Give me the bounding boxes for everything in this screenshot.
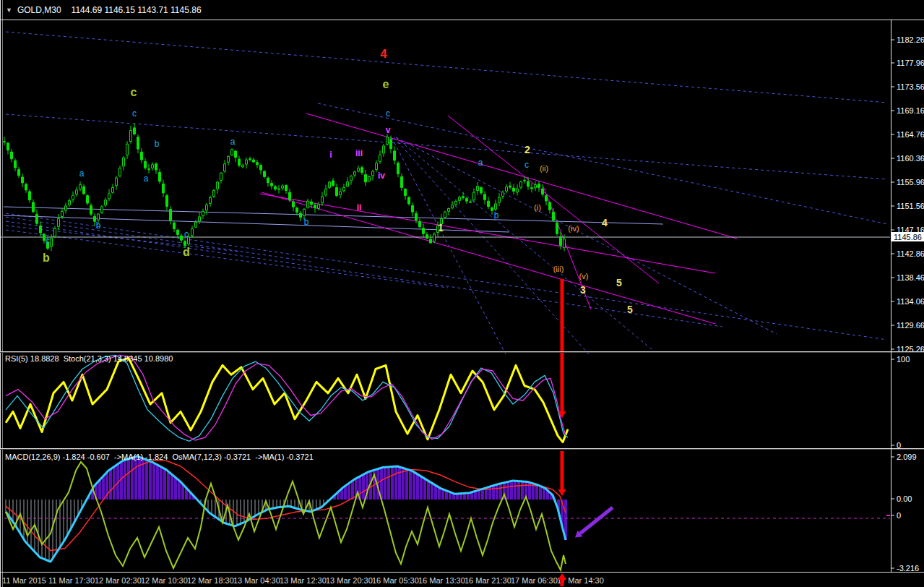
window-left-border-outer — [0, 0, 1, 587]
price-axis-label: 1173.56 — [897, 82, 924, 91]
trendline[interactable] — [262, 192, 715, 324]
arrow-shaft[interactable] — [580, 507, 613, 534]
ohlc-values: 1144.69 1146.15 1143.71 1145.86 — [72, 5, 202, 15]
wave-label[interactable]: c — [131, 86, 137, 98]
wave-label[interactable]: 2 — [524, 144, 530, 155]
macd-axis-label: 0.00 — [897, 494, 912, 503]
price-axis-label: 1160.36 — [897, 154, 924, 163]
chart-title-bar[interactable]: ▼ GOLD,M30 1144.69 1146.15 1143.71 1145.… — [6, 0, 202, 20]
price-axis-label: 1182.26 — [897, 35, 924, 44]
wave-label[interactable]: b — [494, 210, 499, 220]
time-axis-label: 13 Mar 20:30 — [326, 576, 373, 585]
macd-main-line — [6, 456, 566, 562]
wave-label[interactable]: (i) — [534, 203, 541, 212]
rsi-panel-plot — [6, 355, 568, 442]
rsi-axis[interactable]: 1000 — [891, 355, 910, 450]
wave-label[interactable]: c — [524, 160, 529, 170]
chart-canvas[interactable]: 4ecbdcabaabccbcacbiiiiivvii124355(ii)(i)… — [0, 0, 924, 587]
wave-label[interactable]: iii — [355, 148, 363, 158]
wave-label[interactable]: i — [329, 150, 332, 160]
mt4-chart-window: 4ecbdcabaabccbcacbiiiiivvii124355(ii)(i)… — [0, 0, 924, 587]
trendline[interactable] — [6, 230, 448, 288]
time-axis-label: 16 Mar 05:30 — [372, 576, 419, 585]
time-axis-label: 12 Mar 18:30 — [187, 576, 234, 585]
price-axis-label: 1142.86 — [897, 249, 924, 258]
price-axis-label: 1177.96 — [897, 59, 924, 67]
time-axis-label: 12 Mar 10:30 — [141, 576, 188, 585]
macd-panel-divider-shadow — [0, 449, 924, 450]
wave-label[interactable]: b — [43, 252, 50, 264]
wave-label[interactable]: a — [144, 173, 149, 184]
rsi-axis-label: 100 — [897, 355, 910, 364]
price-scale-separator — [891, 20, 891, 573]
wave-label[interactable]: v — [386, 125, 391, 135]
wave-label[interactable]: b — [96, 220, 101, 231]
time-axis-label: 16 Mar 13:30 — [418, 576, 465, 585]
macd-histogram-positive — [87, 457, 553, 500]
time-axis-label: 11 Mar 2015 — [2, 576, 46, 585]
wave-label[interactable]: 3 — [580, 284, 586, 296]
wave-label[interactable]: (iv) — [568, 224, 579, 233]
price-axis-label: 1151.56 — [897, 202, 924, 210]
price-axis-label: 1169.16 — [897, 106, 924, 115]
wave-label[interactable]: 5 — [616, 277, 622, 288]
rsi-panel-divider-shadow — [0, 352, 924, 353]
wave-label[interactable]: 1 — [438, 222, 444, 233]
trendlines[interactable] — [4, 32, 887, 354]
macd-indicator-label: MACD(12,26,9) -1.824 -0.607 ->MA(1) -1.8… — [5, 453, 314, 461]
price-axis-label: 1129.66 — [897, 321, 924, 330]
trendline[interactable] — [318, 103, 887, 224]
time-axis-label: 16 Mar 21:30 — [465, 576, 511, 585]
wave-label[interactable]: 4 — [380, 47, 387, 61]
wave-label[interactable]: a — [478, 158, 483, 168]
wave-label[interactable]: b — [304, 217, 309, 227]
rsi-series-rsi(5) — [6, 358, 568, 442]
wave-label[interactable]: d — [183, 246, 190, 258]
macd-axis-label: 2.099 — [897, 453, 917, 461]
time-axis-divider — [0, 572, 924, 573]
trendline[interactable] — [6, 32, 887, 103]
wave-label[interactable]: b — [155, 139, 160, 149]
osma-line — [6, 462, 566, 570]
arrow-objects[interactable] — [558, 279, 613, 538]
wave-label[interactable]: iv — [378, 171, 385, 181]
wave-label[interactable]: e — [383, 78, 389, 90]
wave-label[interactable]: c — [184, 229, 189, 239]
wave-label[interactable]: c — [46, 236, 50, 246]
wave-label[interactable]: (v) — [579, 272, 589, 280]
symbol-timeframe-label: GOLD,M30 — [17, 5, 61, 15]
current-price-value: 1145.86 — [894, 233, 922, 241]
title-separator — [0, 20, 924, 20]
time-axis-label: 13 Mar 12:30 — [280, 576, 327, 585]
price-axis-label: 1134.06 — [897, 297, 924, 306]
wave-label[interactable]: c — [132, 108, 137, 119]
wave-label[interactable]: (ii) — [540, 164, 548, 173]
macd-axis-label: 0 — [897, 511, 901, 520]
trendline[interactable] — [6, 213, 887, 340]
window-left-border-inner — [2, 0, 3, 587]
wave-label[interactable]: ii — [357, 202, 362, 213]
wave-label[interactable]: a — [79, 168, 85, 179]
price-axis[interactable]: 1182.261177.961173.561169.161164.761160.… — [891, 35, 924, 354]
price-axis-label: 1164.76 — [897, 130, 924, 139]
time-axis[interactable]: 11 Mar 201511 Mar 17:3012 Mar 02:3012 Ma… — [2, 573, 604, 586]
rsi-indicator-label: RSI(5) 18.8828 Stoch(21,3,3) 14.8345 10.… — [5, 354, 173, 363]
wave-label[interactable]: a — [230, 137, 236, 147]
time-axis-label: 11 Mar 17:30 — [48, 576, 95, 585]
time-axis-label: 17 Mar 06:30 — [511, 576, 558, 585]
wave-labels[interactable]: 4ecbdcabaabccbcacbiiiiivvii124355(ii)(i)… — [43, 47, 633, 315]
symbol-dropdown-icon[interactable]: ▼ — [6, 7, 12, 14]
trendline[interactable] — [392, 137, 506, 354]
trendline[interactable] — [306, 113, 737, 239]
wave-label[interactable]: (iii) — [553, 265, 564, 273]
price-axis-label: 1155.96 — [897, 178, 924, 187]
wave-label[interactable]: 5 — [627, 304, 633, 315]
wave-label[interactable]: c — [386, 108, 390, 119]
price-axis-label: 1138.46 — [897, 273, 924, 282]
wave-label[interactable]: 4 — [602, 217, 608, 228]
macd-panel-plot — [4, 456, 890, 570]
time-axis-label: 13 Mar 04:30 — [233, 576, 280, 585]
trendline[interactable] — [396, 137, 777, 334]
time-axis-label: 12 Mar 02:30 — [95, 576, 142, 585]
